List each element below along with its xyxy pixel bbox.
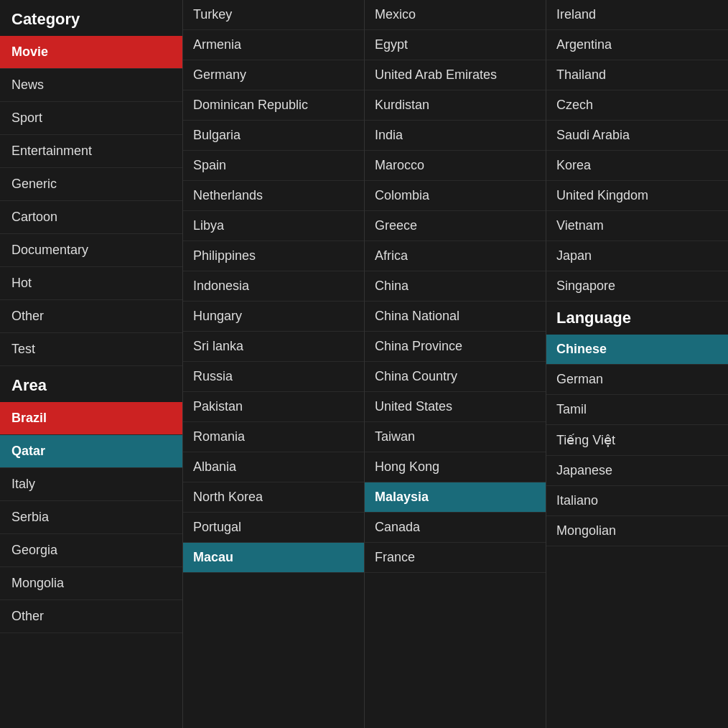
list-item[interactable]: Taiwan bbox=[365, 422, 546, 452]
list-item[interactable]: Spain bbox=[183, 151, 364, 181]
list-item[interactable]: Other bbox=[0, 300, 182, 333]
list-item[interactable]: Generic bbox=[0, 168, 182, 201]
list-item[interactable]: Mongolian bbox=[546, 516, 728, 546]
list-item[interactable]: Entertainment bbox=[0, 135, 182, 168]
list-item[interactable]: News bbox=[0, 69, 182, 102]
list-item[interactable]: France bbox=[365, 543, 546, 573]
list-item[interactable]: China Province bbox=[365, 332, 546, 362]
list-item[interactable]: Indonesia bbox=[183, 271, 364, 302]
list-item[interactable]: Marocco bbox=[365, 151, 546, 181]
list-item[interactable]: Cartoon bbox=[0, 201, 182, 234]
list-item[interactable]: Thailand bbox=[546, 60, 728, 90]
list-item: Category bbox=[0, 0, 182, 36]
list-item[interactable]: China bbox=[365, 271, 546, 302]
list-item[interactable]: Sri lanka bbox=[183, 332, 364, 362]
list-item[interactable]: Korea bbox=[546, 151, 728, 181]
list-item[interactable]: Turkey bbox=[183, 0, 364, 30]
list-item[interactable]: Saudi Arabia bbox=[546, 121, 728, 151]
countries-language-column-4: IrelandArgentinaThailandCzechSaudi Arabi… bbox=[546, 0, 728, 728]
list-item[interactable]: Brazil bbox=[0, 402, 182, 435]
list-item[interactable]: Russia bbox=[183, 362, 364, 392]
list-item[interactable]: Documentary bbox=[0, 234, 182, 267]
list-item[interactable]: Egypt bbox=[365, 30, 546, 60]
list-item[interactable]: Philippines bbox=[183, 241, 364, 271]
countries-column-3: MexicoEgyptUnited Arab EmiratesKurdistan… bbox=[365, 0, 546, 728]
list-item[interactable]: Hungary bbox=[183, 302, 364, 332]
list-item[interactable]: North Korea bbox=[183, 482, 364, 513]
list-item[interactable]: Hot bbox=[0, 267, 182, 300]
list-item[interactable]: Czech bbox=[546, 90, 728, 121]
list-item[interactable]: Georgia bbox=[0, 534, 182, 567]
list-item[interactable]: Chinese bbox=[546, 335, 728, 365]
list-item[interactable]: Argentina bbox=[546, 30, 728, 60]
list-item[interactable]: Mongolia bbox=[0, 567, 182, 600]
list-item[interactable]: Tamil bbox=[546, 395, 728, 425]
list-item[interactable]: Africa bbox=[365, 241, 546, 271]
list-item[interactable]: Qatar bbox=[0, 435, 182, 468]
list-item[interactable]: Hong Kong bbox=[365, 452, 546, 482]
list-item[interactable]: Vietnam bbox=[546, 211, 728, 241]
list-item[interactable]: Movie bbox=[0, 36, 182, 69]
list-item[interactable]: Malaysia bbox=[365, 482, 546, 513]
list-item[interactable]: Mexico bbox=[365, 0, 546, 30]
list-item[interactable]: China Country bbox=[365, 362, 546, 392]
list-item[interactable]: Greece bbox=[365, 211, 546, 241]
list-item[interactable]: Netherlands bbox=[183, 181, 364, 211]
list-item[interactable]: Germany bbox=[183, 60, 364, 90]
list-item[interactable]: Pakistan bbox=[183, 392, 364, 422]
list-item[interactable]: China National bbox=[365, 302, 546, 332]
list-item[interactable]: Ireland bbox=[546, 0, 728, 30]
list-item[interactable]: United Arab Emirates bbox=[365, 60, 546, 90]
list-item[interactable]: Portugal bbox=[183, 513, 364, 543]
list-item[interactable]: India bbox=[365, 121, 546, 151]
list-item[interactable]: Singapore bbox=[546, 271, 728, 302]
list-item[interactable]: Bulgaria bbox=[183, 121, 364, 151]
list-item: Area bbox=[0, 366, 182, 402]
list-item[interactable]: Canada bbox=[365, 513, 546, 543]
list-item[interactable]: Colombia bbox=[365, 181, 546, 211]
list-item[interactable]: Japan bbox=[546, 241, 728, 271]
list-item[interactable]: Serbia bbox=[0, 501, 182, 534]
list-item[interactable]: Italiano bbox=[546, 486, 728, 516]
list-item[interactable]: Tiếng Việt bbox=[546, 425, 728, 456]
list-item: Language bbox=[546, 302, 728, 335]
list-item[interactable]: Kurdistan bbox=[365, 90, 546, 121]
list-item[interactable]: United States bbox=[365, 392, 546, 422]
list-item[interactable]: Dominican Republic bbox=[183, 90, 364, 121]
list-item[interactable]: Romania bbox=[183, 422, 364, 452]
list-item[interactable]: Test bbox=[0, 333, 182, 366]
list-item[interactable]: Sport bbox=[0, 102, 182, 135]
countries-column-2: TurkeyArmeniaGermanyDominican RepublicBu… bbox=[183, 0, 365, 728]
list-item[interactable]: German bbox=[546, 365, 728, 395]
list-item[interactable]: Armenia bbox=[183, 30, 364, 60]
list-item[interactable]: Other bbox=[0, 600, 182, 633]
list-item[interactable]: United Kingdom bbox=[546, 181, 728, 211]
list-item[interactable]: Italy bbox=[0, 468, 182, 501]
category-area-column: CategoryMovieNewsSportEntertainmentGener… bbox=[0, 0, 183, 728]
list-item[interactable]: Macau bbox=[183, 543, 364, 573]
list-item[interactable]: Libya bbox=[183, 211, 364, 241]
list-item[interactable]: Japanese bbox=[546, 456, 728, 486]
list-item[interactable]: Albania bbox=[183, 452, 364, 482]
